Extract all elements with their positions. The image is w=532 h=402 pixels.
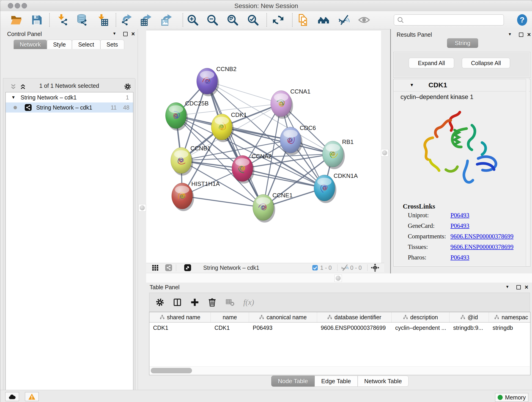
horizontal-splitter[interactable] (146, 274, 532, 283)
quick-search-box[interactable] (394, 14, 504, 26)
node-label-CCNE1: CCNE1 (272, 192, 293, 199)
string-home-icon[interactable] (317, 14, 329, 26)
network-row-selected[interactable]: String Network – cdk1 11 48 (6, 102, 133, 113)
tab-network-table[interactable]: Network Table (358, 376, 409, 387)
table-cell[interactable]: CDK1 (149, 325, 211, 331)
gene-section-header[interactable]: ▼ CDK1 (394, 79, 530, 91)
tab-node-table[interactable]: Node Table (271, 376, 315, 387)
tab-style[interactable]: Style (47, 40, 72, 49)
column-header-canonical-name[interactable]: canonical name (249, 312, 317, 322)
table-cell[interactable]: stringdb (489, 325, 530, 331)
import-network-database-icon[interactable] (76, 14, 88, 26)
show-columns-icon[interactable] (173, 298, 182, 307)
zoom-in-icon[interactable] (187, 14, 199, 26)
zoom-fit-icon[interactable] (227, 14, 239, 26)
network-canvas[interactable]: CCNB2CCNA1CDC25BCDK1CDC6RB1CCNB1CCNA2CDK… (146, 31, 381, 263)
tab-string[interactable]: String (447, 38, 478, 48)
column-header-description[interactable]: description (392, 312, 450, 322)
network-collection-row[interactable]: ▼ String Network – cdk1 1 (6, 92, 133, 102)
tab-network[interactable]: Network (13, 40, 47, 49)
footer-separator (337, 264, 337, 271)
table-options-gear-icon[interactable] (155, 298, 165, 307)
column-header-database-identifier[interactable]: database identifier (317, 312, 392, 322)
hide-selected-icon[interactable] (338, 14, 350, 26)
pan-crosshair-icon[interactable] (371, 263, 380, 272)
network-node-CCNE1[interactable] (253, 194, 275, 223)
cloud-status-button[interactable] (5, 392, 19, 401)
left-splitter-handle[interactable] (139, 204, 146, 211)
tab-sets[interactable]: Sets (100, 40, 124, 49)
open-session-icon[interactable] (10, 14, 22, 26)
warnings-button[interactable] (25, 392, 39, 401)
tab-select[interactable]: Select (72, 40, 100, 49)
float-panel-icon[interactable] (123, 32, 128, 36)
network-node-CCNB1[interactable] (171, 147, 193, 176)
column-header-shared-name[interactable]: shared name (149, 312, 211, 322)
crosslink-uniprot-link[interactable]: P06493 (450, 212, 469, 219)
network-edge-count: 48 (123, 104, 129, 111)
network-edge-HIST1H1A-CCNE1[interactable] (182, 196, 263, 207)
duplicate-network-icon[interactable] (297, 14, 309, 26)
crosslink-genecard-link[interactable]: P06493 (450, 222, 469, 230)
network-view-title: String Network – cdk1 (203, 264, 259, 271)
zoom-out-icon[interactable] (206, 14, 218, 26)
network-options-gear-icon[interactable] (124, 83, 132, 90)
network-node-CDKN1A[interactable] (314, 175, 336, 203)
table-cell[interactable]: cyclin–dependent ... (392, 325, 450, 331)
crosslink-pharos-link[interactable]: P06493 (450, 254, 469, 261)
table-cell[interactable]: 9606.ENSP00000378699 (317, 325, 392, 331)
column-header-namespac[interactable]: namespac (489, 312, 530, 322)
search-input[interactable] (406, 16, 501, 24)
results-scrollbar[interactable] (526, 79, 529, 266)
collection-disclosure-icon[interactable]: ▼ (11, 95, 16, 100)
collapse-panel-icon[interactable]: ▼ (508, 32, 512, 37)
create-column-icon[interactable] (190, 298, 199, 307)
network-share-icon[interactable] (165, 264, 173, 272)
left-splitter[interactable] (138, 29, 146, 390)
network-node-CDK1[interactable] (211, 114, 234, 142)
table-scrollbar-thumb[interactable] (151, 368, 192, 373)
table-cell[interactable]: CDK1 (211, 325, 249, 331)
collapse-all-button[interactable]: Collapse All (462, 58, 510, 68)
close-panel-icon[interactable]: × (525, 285, 528, 289)
birds-eye-grid-icon[interactable] (151, 264, 159, 272)
help-button[interactable]: ? (517, 14, 528, 26)
table-cell[interactable]: stringdb:9... (450, 325, 489, 331)
memory-button[interactable]: Memory (495, 393, 528, 402)
zoom-selected-icon[interactable] (247, 14, 259, 26)
gene-disclosure-icon[interactable]: ▼ (410, 83, 414, 88)
table-panel: Table Panel ▼ × f(x) shared namenamecano… (146, 283, 532, 390)
save-session-icon[interactable] (31, 14, 43, 26)
expand-all-button[interactable]: Expand All (409, 58, 454, 68)
export-table-icon[interactable] (140, 14, 152, 26)
import-network-icon[interactable] (56, 14, 68, 26)
close-panel-icon[interactable]: × (131, 32, 135, 36)
detach-view-icon[interactable] (184, 264, 192, 272)
float-panel-icon[interactable] (516, 285, 521, 289)
refresh-view-icon[interactable] (272, 14, 284, 26)
crosslink-compartments-link[interactable]: 9606.ENSP00000378699 (450, 233, 513, 240)
export-network-icon[interactable] (120, 14, 133, 26)
network-node-CCNA2[interactable] (232, 155, 254, 184)
horizontal-splitter-handle[interactable] (335, 274, 342, 282)
float-panel-icon[interactable] (519, 32, 523, 37)
close-panel-icon[interactable]: × (527, 32, 531, 37)
collapse-panel-icon[interactable]: ▼ (113, 32, 116, 36)
column-header-name[interactable]: name (211, 312, 249, 322)
delete-column-icon[interactable] (208, 298, 217, 307)
network-node-CCNB2[interactable] (196, 68, 219, 96)
network-node-RB1[interactable] (322, 141, 345, 169)
network-node-HIST1H1A[interactable] (172, 183, 194, 211)
table-horizontal-scrollbar[interactable] (149, 366, 530, 375)
crosslink-tissues-link[interactable]: 9606.ENSP00000378699 (450, 243, 513, 250)
export-image-icon[interactable] (161, 14, 172, 26)
right-splitter-handle[interactable] (381, 149, 388, 157)
table-row[interactable]: CDK1CDK1P064939606.ENSP00000378699cyclin… (149, 322, 530, 333)
collapse-panel-icon[interactable]: ▼ (505, 285, 509, 289)
network-node-CCNA1[interactable] (271, 90, 293, 119)
selected-checkbox-icon[interactable] (312, 264, 318, 271)
import-table-icon[interactable] (96, 14, 108, 26)
table-cell[interactable]: P06493 (249, 325, 317, 331)
tab-edge-table[interactable]: Edge Table (315, 376, 358, 387)
column-header--id[interactable]: @id (450, 312, 489, 322)
